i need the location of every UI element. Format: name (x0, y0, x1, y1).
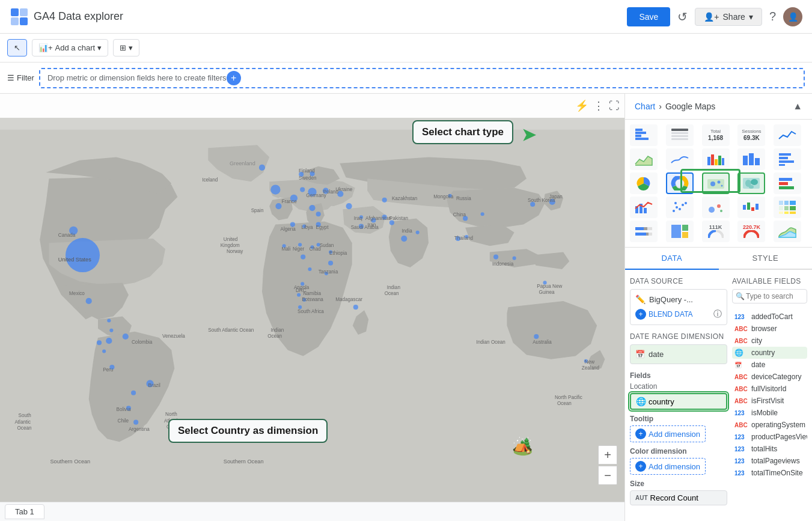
cursor-tool-button[interactable]: ↖ (7, 39, 27, 56)
user-avatar[interactable]: 👤 (783, 7, 802, 26)
field-city[interactable]: ABC city (732, 335, 807, 347)
field-isFirstVisit[interactable]: ABC isFirstVisit (732, 395, 807, 407)
svg-rect-190 (779, 206, 783, 210)
field-country[interactable]: 🌐 country (732, 347, 807, 359)
chart-area-group[interactable] (774, 221, 801, 242)
chart-type-grid: Total 1,168 Sessions 69.3K (625, 120, 812, 248)
chart-geo-bubble[interactable] (702, 172, 730, 194)
country-field-chip[interactable]: 🌐 country (630, 393, 727, 410)
svg-text:Guinea: Guinea (539, 290, 555, 295)
svg-text:Papua New: Papua New (537, 284, 562, 289)
chart-hbar[interactable] (774, 172, 801, 194)
breadcrumb-chart[interactable]: Chart (635, 102, 655, 111)
chart-type-section: Total 1,168 Sessions 69.3K (625, 120, 812, 248)
chart-donut[interactable] (666, 172, 694, 194)
chart-table[interactable] (666, 124, 694, 146)
chart-pie[interactable] (630, 172, 658, 194)
map-toolbar: ⚡ ⋮ ⛶ (0, 94, 624, 118)
field-totalTimeOnSite[interactable]: 123 totalTimeOnSite (732, 467, 807, 479)
tab-style[interactable]: STYLE (719, 248, 813, 269)
chart-gauge2[interactable]: 220.7K (737, 221, 765, 242)
more-options-button[interactable]: ⋮ (593, 99, 604, 112)
field-totalPageviews[interactable]: 123 totalPageviews (732, 455, 807, 467)
field-type-abc-dev: ABC (734, 374, 749, 380)
chart-table-heat[interactable] (774, 197, 801, 218)
chart-scorecard-sessions[interactable]: Sessions 69.3K (737, 124, 765, 146)
arrange-button[interactable]: ⊞ ▾ (113, 39, 139, 56)
tooltip-add-dim-button[interactable]: + Add dimension (630, 425, 706, 442)
chart-bubble[interactable] (702, 197, 730, 218)
field-fullVisitorId[interactable]: ABC fullVisitorId (732, 383, 807, 395)
chart-scorecard-total[interactable]: Total 1,168 (702, 124, 730, 146)
color-dim-add-button[interactable]: + Add dimension (630, 458, 706, 475)
zoom-out-button[interactable]: − (598, 466, 617, 485)
calendar-icon: 📅 (635, 350, 645, 359)
save-button[interactable]: Save (627, 7, 670, 26)
chart-smooth-line[interactable] (666, 148, 694, 170)
avail-fields-header: Available Fields (732, 277, 807, 285)
svg-rect-202 (671, 225, 681, 238)
svg-rect-183 (743, 205, 746, 210)
svg-text:Mexico: Mexico (69, 291, 85, 296)
chart-bar-group[interactable] (702, 148, 730, 170)
chart-geo-map[interactable] (737, 172, 765, 194)
field-productPagesViewed[interactable]: 123 productPagesViewed (732, 431, 807, 443)
svg-point-49 (382, 198, 387, 203)
field-isMobile[interactable]: 123 isMobile (732, 407, 807, 419)
field-totalHits[interactable]: 123 totalHits (732, 443, 807, 455)
tooltip-add-plus-icon: + (635, 428, 646, 439)
lightning-button[interactable]: ⚡ (575, 99, 588, 112)
arrange-icon: ⊞ (120, 43, 126, 52)
record-count-chip[interactable]: AUT Record Count (630, 490, 727, 505)
chart-gauge[interactable]: 111K (702, 221, 730, 242)
blend-help-icon[interactable]: ⓘ (713, 309, 722, 320)
svg-rect-160 (707, 179, 724, 189)
date-range-box[interactable]: 📅 date (630, 344, 727, 364)
field-addedToCart[interactable]: 123 addedToCart (732, 311, 807, 323)
chart-waterfall[interactable] (737, 197, 765, 218)
field-date[interactable]: 📅 date (732, 359, 807, 371)
panel-collapse-button[interactable]: ▲ (793, 101, 802, 112)
help-button[interactable]: ? (769, 10, 776, 23)
svg-text:Kazakhstan: Kazakhstan (392, 196, 417, 201)
svg-text:Ocean: Ocean (17, 425, 32, 431)
cursor-icon: ↖ (14, 43, 20, 52)
chart-line-spark[interactable] (774, 124, 801, 146)
svg-point-51 (481, 212, 484, 216)
filter-add-button[interactable]: + (227, 71, 241, 85)
svg-point-176 (679, 208, 681, 210)
zoom-in-button[interactable]: + (598, 445, 617, 465)
filter-bar: ☰ Filter Drop metric or dimension fields… (0, 62, 812, 94)
chart-area[interactable] (630, 148, 658, 170)
svg-text:Australia: Australia (533, 340, 552, 345)
chart-col[interactable] (737, 148, 765, 170)
field-type-abc-os: ABC (734, 422, 749, 428)
svg-rect-143 (671, 132, 688, 134)
blend-data-row[interactable]: + BLEND DATA ⓘ (635, 309, 722, 320)
aut-icon: AUT (635, 495, 648, 501)
svg-point-181 (717, 204, 721, 208)
tab-1[interactable]: Tab 1 (5, 504, 44, 519)
field-operatingSystem[interactable]: ABC operatingSystem (732, 419, 807, 431)
filter-drop-zone[interactable]: Drop metric or dimension fields here to … (39, 68, 805, 88)
refresh-button[interactable]: ↺ (677, 10, 688, 24)
svg-text:Mali: Mali (282, 246, 291, 252)
svg-point-16 (275, 203, 281, 209)
svg-point-4 (106, 338, 112, 344)
share-button[interactable]: 👤+ Share ▾ (695, 8, 762, 26)
fullscreen-button[interactable]: ⛶ (609, 100, 620, 112)
filter-icon: ☰ (7, 73, 14, 82)
chart-treemap[interactable] (666, 221, 694, 242)
chart-bullet[interactable] (630, 221, 658, 242)
chart-table-bar[interactable] (630, 124, 658, 146)
arrange-chevron: ▾ (129, 43, 133, 52)
chart-scatter[interactable] (666, 197, 694, 218)
chart-hbar-list[interactable] (774, 148, 801, 170)
field-browser[interactable]: ABC browser (732, 323, 807, 335)
chart-combo[interactable] (630, 197, 658, 218)
add-chart-button[interactable]: 📊+ Add a chart ▾ (32, 39, 108, 56)
data-source-name[interactable]: BigQuery -... (649, 295, 693, 304)
field-deviceCategory[interactable]: ABC deviceCategory (732, 371, 807, 383)
tab-data[interactable]: DATA (625, 248, 719, 270)
field-type-num: 123 (734, 314, 749, 320)
